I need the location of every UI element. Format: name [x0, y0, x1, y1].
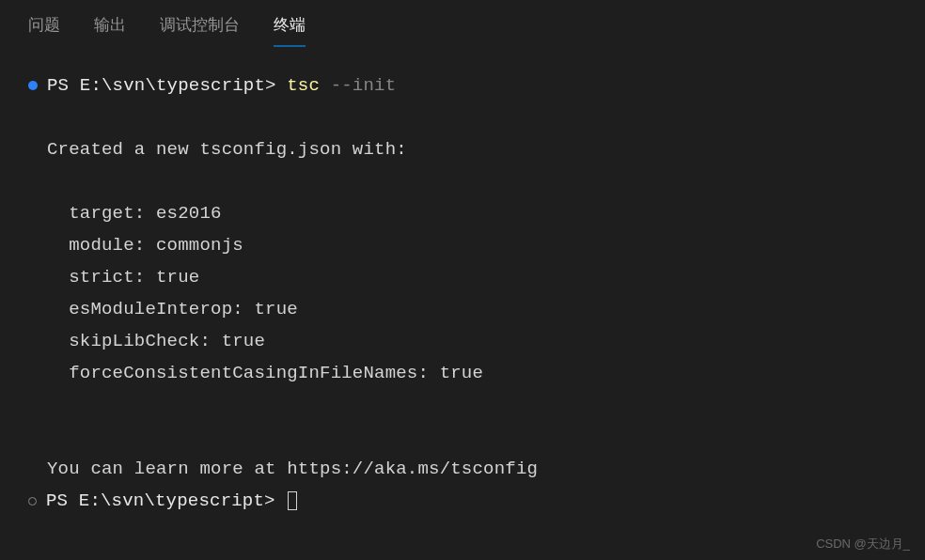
prompt-text: PS E:\svn\typescript> [47, 70, 287, 101]
output-text: skipLibCheck: true [47, 325, 265, 357]
terminal-line: esModuleInterop: true [28, 293, 897, 325]
terminal-line: PS E:\svn\typescript> [28, 485, 897, 517]
output-text: target: es2016 [47, 197, 222, 229]
output-text: esModuleInterop: true [47, 293, 298, 325]
terminal-line: PS E:\svn\typescript> tsc --init [28, 70, 897, 101]
terminal-line: target: es2016 [28, 197, 897, 229]
terminal-line: skipLibCheck: true [28, 325, 897, 357]
output-text: forceConsistentCasingInFileNames: true [47, 357, 483, 389]
cursor-icon [288, 491, 297, 510]
prompt-indicator-icon [28, 497, 37, 506]
output-text: strict: true [47, 261, 199, 293]
change-indicator-icon [28, 81, 38, 90]
output-text: You can learn more at https://aka.ms/tsc… [47, 453, 538, 485]
watermark-text: CSDN @天边月_ [816, 536, 910, 552]
terminal-body[interactable]: PS E:\svn\typescript> tsc --init Created… [0, 49, 925, 517]
tab-terminal[interactable]: 终端 [274, 3, 306, 47]
terminal-line: module: commonjs [28, 229, 897, 261]
tab-problems[interactable]: 问题 [28, 3, 60, 47]
command-text: tsc [287, 70, 320, 101]
tab-output[interactable]: 输出 [94, 3, 126, 47]
terminal-line: forceConsistentCasingInFileNames: true [28, 357, 897, 389]
panel-tabs: 问题 输出 调试控制台 终端 [0, 0, 925, 49]
tab-debug-console[interactable]: 调试控制台 [160, 3, 240, 47]
command-arg: --init [320, 70, 396, 101]
prompt-text: PS E:\svn\typescript> [46, 485, 286, 517]
output-text: module: commonjs [47, 229, 243, 261]
terminal-line: strict: true [28, 261, 897, 293]
terminal-line: You can learn more at https://aka.ms/tsc… [28, 453, 897, 485]
terminal-line: Created a new tsconfig.json with: [28, 133, 897, 165]
output-text: Created a new tsconfig.json with: [47, 133, 407, 165]
